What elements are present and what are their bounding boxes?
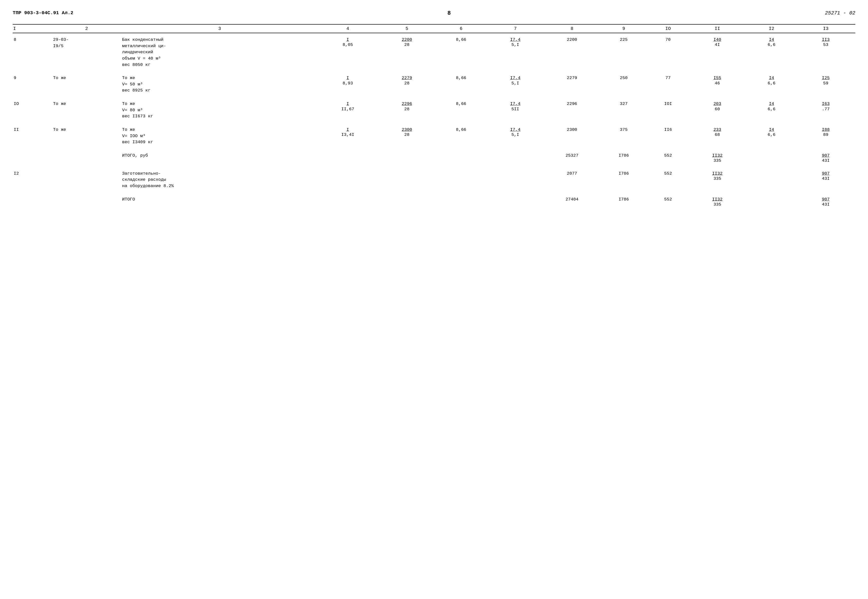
row-c6 (436, 149, 485, 164)
col-header-6: 6 (436, 25, 485, 33)
row-c8: 2296 (545, 97, 599, 120)
row-c4: I8,05 (318, 33, 377, 69)
row-code: То же (52, 123, 121, 146)
row-c5 (377, 193, 436, 208)
row-description: То же V= 80 м³вес II673 кг (121, 97, 318, 120)
row-c13: II353 (796, 33, 855, 69)
row-c12 (747, 167, 796, 190)
col-header-3: 3 (121, 25, 318, 33)
row-c8: 2279 (545, 71, 599, 95)
col-header-10: IO (648, 25, 688, 33)
row-c7: I7,45,I (486, 33, 545, 69)
row-c11: II32335 (688, 167, 747, 190)
row-c6: 8,66 (436, 33, 485, 69)
row-c10: IOI (648, 97, 688, 120)
row-c4 (318, 167, 377, 190)
row-c11: I5546 (688, 71, 747, 95)
table-row: 9То жеТо же V= 50 м³вес 8925 кгI8,932279… (13, 71, 855, 95)
main-table-wrapper: I 2 3 4 5 6 7 8 9 IO II I2 I3 829-03-I9/… (13, 24, 855, 208)
doc-code: 25271 - 02 (825, 10, 855, 16)
row-c6: 8,66 (436, 71, 485, 95)
row-c4: II3,4I (318, 123, 377, 146)
row-c4 (318, 193, 377, 208)
row-c6 (436, 167, 485, 190)
row-c10: 552 (648, 167, 688, 190)
row-c11: II32335 (688, 149, 747, 164)
row-c7: I7,45II (486, 97, 545, 120)
row-code (52, 193, 121, 208)
row-c5: 230028 (377, 123, 436, 146)
row-num: IO (13, 97, 52, 120)
row-c13: 90743I (796, 149, 855, 164)
col-header-8: 8 (545, 25, 599, 33)
row-c6 (436, 193, 485, 208)
row-c5: 227928 (377, 71, 436, 95)
row-code: То же (52, 71, 121, 95)
table-row: I2Заготовительно-складские расходына обо… (13, 167, 855, 190)
col-header-12: I2 (747, 25, 796, 33)
row-num: I2 (13, 167, 52, 190)
row-c12: I46,6 (747, 33, 796, 69)
table-row: ИТОГО27404I786552II3233590743I (13, 193, 855, 208)
row-c12 (747, 193, 796, 208)
row-spacer (13, 164, 855, 167)
page-number: 8 (448, 10, 451, 17)
row-num (13, 149, 52, 164)
row-code: То же (52, 97, 121, 120)
row-c6: 8,66 (436, 123, 485, 146)
row-c6: 8,66 (436, 97, 485, 120)
table-row: ИТОГО, руб25327I786552II3233590743I (13, 149, 855, 164)
row-c8: 2077 (545, 167, 599, 190)
row-c10: 70 (648, 33, 688, 69)
row-description: ИТОГО (121, 193, 318, 208)
row-c10: II6 (648, 123, 688, 146)
row-num: 9 (13, 71, 52, 95)
row-c13: I8889 (796, 123, 855, 146)
row-c11: II32335 (688, 193, 747, 208)
row-c11: 23368 (688, 123, 747, 146)
row-num: II (13, 123, 52, 146)
row-c12: I46,6 (747, 97, 796, 120)
row-c10: 552 (648, 149, 688, 164)
row-c8: 25327 (545, 149, 599, 164)
col-header-9: 9 (599, 25, 648, 33)
row-c11: 20360 (688, 97, 747, 120)
row-c10: 552 (648, 193, 688, 208)
row-code (52, 167, 121, 190)
row-c7 (486, 193, 545, 208)
row-c9: I786 (599, 149, 648, 164)
row-c9: 250 (599, 71, 648, 95)
row-description: То же V= IOO м³вес I3409 кг (121, 123, 318, 146)
row-c13: I63.77 (796, 97, 855, 120)
row-c13: I2559 (796, 71, 855, 95)
col-header-13: I3 (796, 25, 855, 33)
row-c12: I46,6 (747, 71, 796, 95)
row-c5 (377, 149, 436, 164)
table-row: IOТо жеТо же V= 80 м³вес II673 кгIII,672… (13, 97, 855, 120)
col-header-7: 7 (486, 25, 545, 33)
row-c4 (318, 149, 377, 164)
row-c13: 90743I (796, 167, 855, 190)
data-table: I 2 3 4 5 6 7 8 9 IO II I2 I3 829-03-I9/… (13, 25, 855, 208)
row-c5: 229628 (377, 97, 436, 120)
row-c4: I8,93 (318, 71, 377, 95)
row-spacer (13, 69, 855, 71)
col-header-1: I (13, 25, 52, 33)
row-c7 (486, 167, 545, 190)
row-num: 8 (13, 33, 52, 69)
row-c9: 327 (599, 97, 648, 120)
row-c9: 225 (599, 33, 648, 69)
table-row: 829-03-I9/5Бак конденсатныйметаллический… (13, 33, 855, 69)
row-c7 (486, 149, 545, 164)
row-c4: III,67 (318, 97, 377, 120)
row-description: ИТОГО, руб (121, 149, 318, 164)
col-header-2: 2 (52, 25, 121, 33)
column-headers-row: I 2 3 4 5 6 7 8 9 IO II I2 I3 (13, 25, 855, 33)
row-c8: 2300 (545, 123, 599, 146)
row-c12: I46,6 (747, 123, 796, 146)
doc-number: ТПР 903-3-04С.91 Ал.2 (13, 10, 73, 16)
row-description: Бак конденсатныйметаллический ци-линдрич… (121, 33, 318, 69)
row-c10: 77 (648, 71, 688, 95)
row-c9: I786 (599, 193, 648, 208)
row-c12 (747, 149, 796, 164)
